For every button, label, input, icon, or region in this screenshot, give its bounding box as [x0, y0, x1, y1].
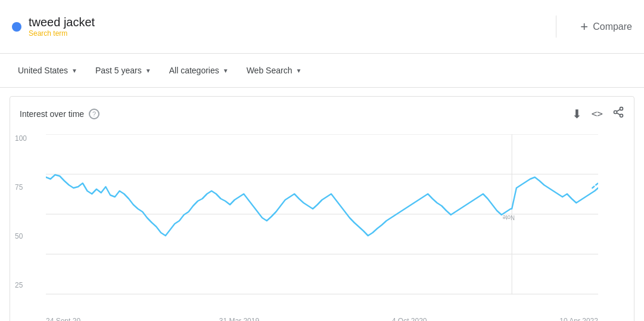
svg-line-3 — [617, 113, 620, 115]
region-filter[interactable]: United States ▼ — [12, 62, 83, 79]
share-icon[interactable] — [612, 106, 624, 121]
chevron-down-icon: ▼ — [145, 67, 151, 74]
categories-filter[interactable]: All categories ▼ — [163, 62, 235, 79]
chevron-down-icon: ▼ — [71, 67, 77, 74]
x-label-apr2022: 10 Apr 2022 — [559, 317, 598, 321]
plus-icon: + — [580, 19, 588, 35]
help-icon[interactable]: ? — [89, 109, 99, 119]
chart-header: Interest over time ? ⬇ <> — [10, 106, 634, 128]
chart-section: Interest over time ? ⬇ <> 100 75 50 25 — [10, 96, 634, 321]
svg-point-0 — [620, 107, 623, 110]
region-label: United States — [18, 66, 68, 75]
svg-point-2 — [620, 114, 623, 117]
svg-text:Note: Note — [502, 214, 515, 221]
search-term-name: tweed jacket — [29, 16, 95, 29]
compare-label: Compare — [593, 21, 632, 32]
x-label-oct2020: 4 Oct 2020 — [392, 317, 427, 321]
chart-actions: ⬇ <> — [572, 106, 624, 121]
chart-area: 100 75 50 25 Note 24 Sept 20... 31 Mar 2… — [10, 128, 634, 321]
chart-title-block: Interest over time ? — [20, 109, 99, 119]
search-type-filter[interactable]: Web Search ▼ — [241, 62, 308, 79]
compare-button[interactable]: + Compare — [556, 19, 632, 35]
search-term-text: tweed jacket Search term — [29, 16, 95, 38]
time-period-label: Past 5 years — [95, 66, 142, 75]
y-label-100: 100 — [15, 134, 27, 143]
y-label-50: 50 — [15, 232, 27, 240]
x-axis-labels: 24 Sept 20... 31 Mar 2019 4 Oct 2020 10 … — [46, 317, 598, 321]
svg-point-1 — [614, 111, 617, 114]
time-period-filter[interactable]: Past 5 years ▼ — [89, 62, 157, 79]
chevron-down-icon: ▼ — [223, 67, 229, 74]
x-label-start: 24 Sept 20... — [46, 317, 86, 321]
chevron-down-icon: ▼ — [295, 67, 301, 74]
embed-icon[interactable]: <> — [592, 108, 603, 119]
chart-title: Interest over time — [20, 109, 84, 119]
filters-bar: United States ▼ Past 5 years ▼ All categ… — [0, 54, 644, 88]
y-axis-labels: 100 75 50 25 — [15, 134, 27, 289]
svg-line-4 — [617, 109, 620, 111]
term-color-dot — [12, 22, 21, 32]
y-label-25: 25 — [15, 281, 27, 289]
x-label-mar2019: 31 Mar 2019 — [219, 317, 259, 321]
search-term-label: Search term — [29, 29, 95, 38]
chart-svg: Note — [46, 134, 598, 295]
download-icon[interactable]: ⬇ — [572, 107, 582, 121]
app-header: tweed jacket Search term + Compare — [0, 0, 644, 54]
y-label-75: 75 — [15, 183, 27, 192]
categories-label: All categories — [169, 66, 219, 75]
search-term-block: tweed jacket Search term — [12, 16, 556, 38]
search-type-label: Web Search — [247, 66, 293, 75]
